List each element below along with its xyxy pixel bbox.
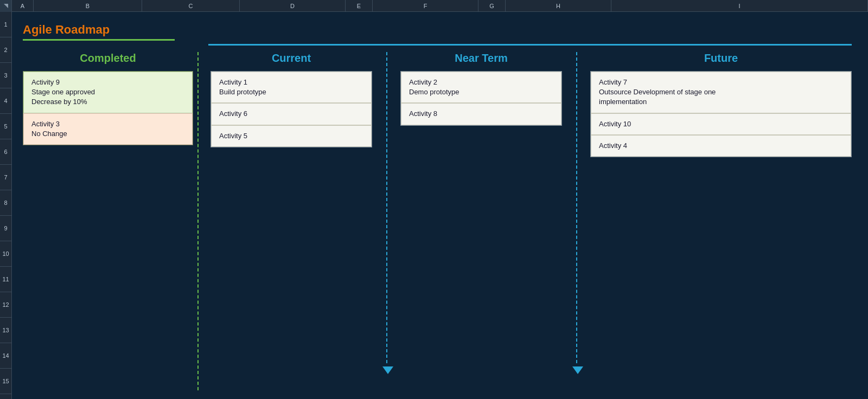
divider-e xyxy=(381,52,392,157)
columns-layout: Completed Activity 9 Stage one approved … xyxy=(23,52,852,157)
activity-10-title: Activity 10 xyxy=(599,119,843,129)
grid-content: Agile Roadmap Completed xyxy=(12,12,868,399)
title-section: Agile Roadmap xyxy=(23,23,852,41)
current-section: Current Activity 1 Build prototype Activ… xyxy=(202,52,381,157)
activity-2-title: Activity 2 xyxy=(409,78,553,87)
future-section: Future Activity 7 Outsource Development … xyxy=(582,52,852,157)
col-header-a[interactable]: A xyxy=(12,0,34,11)
divider-g xyxy=(571,52,582,157)
activity-4-title: Activity 4 xyxy=(599,141,843,151)
spreadsheet-wrapper: A B C D E F G H I 1 2 3 4 5 6 7 8 9 10 1… xyxy=(0,0,868,399)
row-num-13: 13 xyxy=(0,318,11,343)
activity-7-detail1: Outsource Development of stage one xyxy=(599,87,843,97)
row-num-4: 4 xyxy=(0,88,11,114)
activity-2-card[interactable]: Activity 2 Demo prototype xyxy=(401,72,561,103)
dashed-line-blue-1 xyxy=(386,52,387,363)
activity-6-card[interactable]: Activity 6 xyxy=(211,103,372,125)
row-num-6: 6 xyxy=(0,139,11,165)
activity-3-title: Activity 3 xyxy=(31,119,184,129)
row-num-9: 9 xyxy=(0,216,11,241)
dashed-line-blue-2 xyxy=(576,52,577,363)
corner-icon xyxy=(4,4,8,8)
nearterm-header: Near Term xyxy=(400,52,562,65)
nearterm-section: Near Term Activity 2 Demo prototype Acti… xyxy=(392,52,571,157)
col-header-b[interactable]: B xyxy=(34,0,142,11)
activity-9-detail1: Stage one approved xyxy=(31,87,184,97)
activity-9-detail2: Decrease by 10% xyxy=(31,97,184,107)
row-num-11: 11 xyxy=(0,267,11,292)
activity-1-title: Activity 1 xyxy=(219,78,363,87)
col-header-c[interactable]: C xyxy=(142,0,240,11)
row-num-10: 10 xyxy=(0,241,11,267)
completed-header: Completed xyxy=(23,52,193,65)
activity-7-title: Activity 7 xyxy=(599,78,843,87)
completed-cards-container: Activity 9 Stage one approved Decrease b… xyxy=(23,71,193,145)
activity-8-card[interactable]: Activity 8 xyxy=(401,103,561,125)
column-headers-row: A B C D E F G H I xyxy=(0,0,868,12)
activity-9-card[interactable]: Activity 9 Stage one approved Decrease b… xyxy=(23,72,193,113)
completed-section: Completed Activity 9 Stage one approved … xyxy=(23,52,202,157)
activity-7-detail2: implementation xyxy=(599,97,843,107)
current-header: Current xyxy=(210,52,372,65)
top-blue-line xyxy=(208,44,852,46)
rows-area: 1 2 3 4 5 6 7 8 9 10 11 12 13 14 15 Agil… xyxy=(0,12,868,399)
activity-5-title: Activity 5 xyxy=(219,131,363,141)
col-header-e[interactable]: E xyxy=(346,0,373,11)
row-num-14: 14 xyxy=(0,343,11,369)
activity-9-title: Activity 9 xyxy=(31,78,184,87)
row-num-2: 2 xyxy=(0,37,11,63)
activity-1-detail1: Build prototype xyxy=(219,87,363,97)
row-num-12: 12 xyxy=(0,292,11,318)
row-num-5: 5 xyxy=(0,114,11,139)
future-header: Future xyxy=(590,52,852,65)
current-cards-container: Activity 1 Build prototype Activity 6 Ac… xyxy=(210,71,372,147)
activity-3-detail1: No Change xyxy=(31,129,184,139)
corner-cell xyxy=(0,0,12,12)
arrow-down-2 xyxy=(572,366,583,374)
activity-2-detail1: Demo prototype xyxy=(409,87,553,97)
future-cards-container: Activity 7 Outsource Development of stag… xyxy=(590,71,852,157)
activity-4-card[interactable]: Activity 4 xyxy=(591,135,851,157)
activity-10-card[interactable]: Activity 10 xyxy=(591,113,851,135)
activity-3-card[interactable]: Activity 3 No Change xyxy=(23,113,193,145)
title-underline xyxy=(23,39,175,41)
row-numbers: 1 2 3 4 5 6 7 8 9 10 11 12 13 14 15 xyxy=(0,12,12,399)
nearterm-cards-container: Activity 2 Demo prototype Activity 8 xyxy=(400,71,562,126)
roadmap-container: Agile Roadmap Completed xyxy=(12,12,868,399)
activity-6-title: Activity 6 xyxy=(219,109,363,119)
activity-5-card[interactable]: Activity 5 xyxy=(211,125,372,147)
row-num-3: 3 xyxy=(0,63,11,88)
activity-7-card[interactable]: Activity 7 Outsource Development of stag… xyxy=(591,72,851,113)
roadmap-title: Agile Roadmap xyxy=(23,23,852,37)
dashed-line-green xyxy=(197,52,199,390)
col-header-d[interactable]: D xyxy=(240,0,346,11)
row-num-7: 7 xyxy=(0,165,11,190)
col-header-h[interactable]: H xyxy=(506,0,611,11)
activity-8-title: Activity 8 xyxy=(409,109,553,119)
col-header-f[interactable]: F xyxy=(373,0,478,11)
col-header-g[interactable]: G xyxy=(478,0,506,11)
col-header-i[interactable]: I xyxy=(611,0,868,11)
arrow-down-1 xyxy=(382,366,393,374)
row-num-8: 8 xyxy=(0,190,11,216)
activity-1-card[interactable]: Activity 1 Build prototype xyxy=(211,72,372,103)
row-num-15: 15 xyxy=(0,369,11,394)
row-num-1: 1 xyxy=(0,12,11,37)
